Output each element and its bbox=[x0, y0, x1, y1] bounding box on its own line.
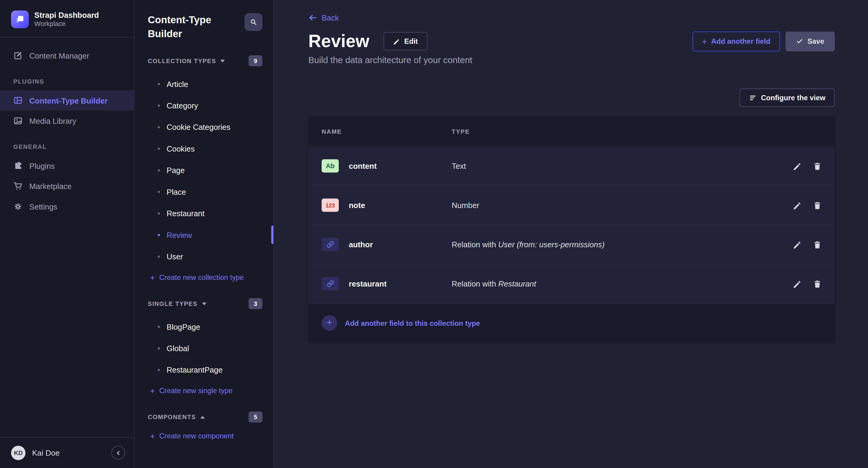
add-another-field-label: Add another field bbox=[711, 37, 770, 45]
pencil-icon bbox=[793, 162, 801, 170]
create-component-link[interactable]: + Create new component bbox=[134, 426, 274, 446]
add-another-field-button[interactable]: + Add another field bbox=[692, 31, 780, 51]
delete-field-button[interactable] bbox=[813, 240, 822, 248]
sidebar-item-media-library[interactable]: Media Library bbox=[0, 110, 134, 131]
row-actions bbox=[793, 201, 822, 209]
sidebar-item-label: Settings bbox=[29, 202, 57, 211]
pencil-icon bbox=[793, 201, 801, 209]
trash-icon bbox=[813, 162, 822, 170]
search-icon bbox=[250, 18, 257, 26]
strapi-logo-icon bbox=[11, 10, 29, 28]
sidebar-item-content-manager[interactable]: Content Manager bbox=[0, 45, 134, 66]
bullet-icon bbox=[158, 126, 160, 128]
single-type-restaurantpage[interactable]: RestaurantPage bbox=[134, 359, 274, 380]
cart-icon bbox=[13, 181, 23, 191]
add-field-circle-button[interactable]: + bbox=[321, 315, 337, 331]
single-types-header[interactable]: SINGLE TYPES 3 bbox=[134, 287, 274, 312]
collection-type-review[interactable]: Review bbox=[134, 224, 274, 245]
row-actions bbox=[793, 279, 822, 288]
collection-type-cookies[interactable]: Cookies bbox=[134, 138, 274, 159]
collection-type-user[interactable]: User bbox=[134, 245, 274, 267]
collection-type-cookie-categories[interactable]: Cookie Categories bbox=[134, 116, 274, 138]
column-header-name: NAME bbox=[321, 128, 452, 135]
bullet-icon bbox=[158, 104, 160, 106]
create-single-type-label: Create new single type bbox=[159, 386, 232, 394]
field-name: content bbox=[349, 162, 377, 170]
pencil-icon bbox=[393, 38, 400, 44]
collection-type-label: Category bbox=[166, 101, 198, 110]
field-type-cell: Relation with Restaurant bbox=[452, 279, 793, 288]
bullet-icon bbox=[158, 169, 160, 171]
arrow-left-icon bbox=[308, 13, 317, 22]
collection-type-label: Cookies bbox=[166, 144, 195, 153]
table-row: 123 note Number bbox=[308, 186, 835, 225]
bullet-icon bbox=[158, 147, 160, 149]
back-label: Back bbox=[321, 13, 339, 22]
strapi-dashboard: Strapi Dashboard Workplace Content Manag… bbox=[0, 0, 868, 468]
edit-field-button[interactable] bbox=[793, 279, 801, 288]
collection-type-article[interactable]: Article bbox=[134, 73, 274, 95]
column-header-type: TYPE bbox=[452, 128, 822, 135]
content-type-builder-icon bbox=[13, 96, 23, 105]
create-single-type-link[interactable]: + Create new single type bbox=[134, 380, 274, 400]
bullet-icon bbox=[158, 234, 160, 236]
plugins-section-label: PLUGINS bbox=[0, 66, 134, 90]
collection-types-count: 9 bbox=[248, 55, 262, 66]
table-row: restaurant Relation with Restaurant bbox=[308, 265, 835, 304]
single-type-global[interactable]: Global bbox=[134, 337, 274, 359]
collection-type-restaurant[interactable]: Restaurant bbox=[134, 202, 274, 224]
field-name-cell: 123 note bbox=[321, 199, 452, 212]
user-name: Kai Doe bbox=[32, 448, 104, 457]
delete-field-button[interactable] bbox=[813, 279, 822, 288]
search-button[interactable] bbox=[245, 13, 262, 31]
configure-view-button[interactable]: Configure the view bbox=[739, 89, 835, 107]
collection-type-place[interactable]: Place bbox=[134, 181, 274, 202]
collapse-sidebar-button[interactable] bbox=[111, 446, 125, 460]
table-row: author Relation with User (from: users-p… bbox=[308, 225, 835, 264]
field-name-cell: restaurant bbox=[321, 277, 452, 291]
brand-block[interactable]: Strapi Dashboard Workplace bbox=[0, 0, 134, 38]
components-header[interactable]: COMPONENTS 5 bbox=[134, 400, 274, 426]
sidebar-item-marketplace[interactable]: Marketplace bbox=[0, 176, 134, 196]
create-collection-type-link[interactable]: + Create new collection type bbox=[134, 267, 274, 287]
delete-field-button[interactable] bbox=[813, 162, 822, 170]
sidebar-item-plugins[interactable]: Plugins bbox=[0, 156, 134, 176]
edit-field-button[interactable] bbox=[793, 162, 801, 170]
bullet-icon bbox=[158, 369, 160, 371]
edit-field-button[interactable] bbox=[793, 240, 801, 248]
sidebar-item-settings[interactable]: Settings bbox=[0, 196, 134, 217]
table-row: Ab content Text bbox=[308, 146, 835, 186]
sidebar-item-label: Marketplace bbox=[29, 182, 72, 191]
plus-icon: + bbox=[702, 37, 707, 45]
edit-field-button[interactable] bbox=[793, 201, 801, 209]
chevron-down-icon bbox=[221, 60, 225, 62]
collection-types-label: COLLECTION TYPES bbox=[148, 57, 216, 64]
chevron-up-icon bbox=[200, 415, 205, 418]
delete-field-button[interactable] bbox=[813, 201, 822, 209]
sidebar-item-content-type-builder[interactable]: Content-Type Builder bbox=[0, 90, 134, 111]
collection-type-page[interactable]: Page bbox=[134, 159, 274, 181]
single-types-label: SINGLE TYPES bbox=[148, 300, 197, 307]
single-type-blogpage[interactable]: BlogPage bbox=[134, 316, 274, 337]
sidebar-nav: Content Manager PLUGINS Content-Type Bui… bbox=[0, 38, 134, 437]
field-name: note bbox=[349, 201, 365, 209]
save-button[interactable]: Save bbox=[785, 31, 835, 51]
collection-type-category[interactable]: Category bbox=[134, 95, 274, 116]
field-type-cell: Relation with User (from: users-permissi… bbox=[452, 240, 793, 249]
single-type-label: BlogPage bbox=[166, 322, 200, 331]
field-type-cell: Number bbox=[452, 201, 793, 209]
back-link[interactable]: Back bbox=[308, 13, 339, 22]
page-title: Review bbox=[308, 31, 369, 52]
plus-icon: + bbox=[150, 273, 155, 281]
bullet-icon bbox=[158, 347, 160, 349]
chevron-down-icon bbox=[202, 302, 207, 305]
collection-type-label: User bbox=[166, 252, 183, 261]
configure-view-label: Configure the view bbox=[761, 94, 826, 102]
sidebar-item-label: Plugins bbox=[29, 161, 55, 170]
pencil-icon bbox=[793, 240, 801, 248]
brand-text: Strapi Dashboard Workplace bbox=[34, 10, 99, 28]
collection-types-header[interactable]: COLLECTION TYPES 9 bbox=[134, 44, 274, 70]
add-field-row-link[interactable]: Add another field to this collection typ… bbox=[345, 319, 480, 327]
edit-button[interactable]: Edit bbox=[384, 32, 427, 50]
workplace-label: Workplace bbox=[34, 20, 99, 28]
